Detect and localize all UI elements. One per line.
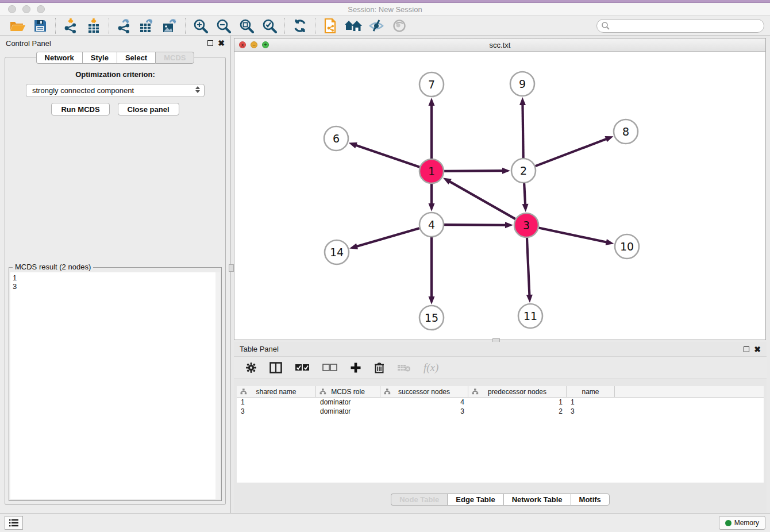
eye-slash-icon xyxy=(368,18,384,33)
graph-edge-2-3[interactable] xyxy=(524,183,525,206)
hide-selected-button[interactable] xyxy=(365,17,388,34)
table-cell[interactable]: 3 xyxy=(380,407,468,416)
tab-node-table[interactable]: Node Table xyxy=(391,494,447,506)
column-header-shared-name[interactable]: shared name xyxy=(237,386,316,397)
network-maximize-button[interactable]: + xyxy=(262,41,269,48)
table-cell[interactable]: 2 xyxy=(468,407,567,416)
zoom-fit-button[interactable] xyxy=(235,17,258,34)
select-all-button[interactable] xyxy=(295,364,310,372)
mcds-result-group: MCDS result (2 nodes) 1 3 xyxy=(9,267,222,501)
graph-edge-1-6[interactable] xyxy=(355,145,419,167)
network-canvas[interactable]: 7968124314101511 xyxy=(234,52,765,340)
table-settings-button[interactable] xyxy=(245,362,257,373)
function-builder-button: f(x) xyxy=(424,361,438,374)
search-icon xyxy=(601,21,610,30)
tab-select[interactable]: Select xyxy=(117,52,155,64)
table-cell[interactable]: dominator xyxy=(316,398,380,407)
import-table-button[interactable] xyxy=(82,17,105,34)
column-header-name[interactable]: name xyxy=(567,386,615,397)
home-icon xyxy=(344,18,363,33)
main-area: Control Panel ✖ NetworkStyleSelectMCDS O… xyxy=(0,36,770,513)
graph-edge-3-11[interactable] xyxy=(527,238,530,296)
open-folder-icon xyxy=(9,18,25,33)
vertical-splitter-handle[interactable] xyxy=(229,264,234,272)
network-minimize-button[interactable]: – xyxy=(251,41,257,48)
tab-network-table[interactable]: Network Table xyxy=(503,494,571,506)
graph-edge-4-14[interactable] xyxy=(356,228,419,246)
search-input[interactable] xyxy=(596,19,764,33)
graph-edge-3-1[interactable] xyxy=(449,181,515,219)
zoom-in-button[interactable] xyxy=(189,17,212,34)
toolbar-separator xyxy=(109,18,109,34)
plus-icon xyxy=(350,362,361,373)
tab-motifs[interactable]: Motifs xyxy=(571,494,610,506)
delete-column-icon xyxy=(397,363,411,372)
home-button[interactable] xyxy=(342,17,365,34)
float-panel-icon[interactable] xyxy=(207,40,213,46)
import-network-button[interactable] xyxy=(59,17,82,34)
network-window-title: scc.txt xyxy=(234,41,765,49)
table-panel-header: Table Panel ✖ xyxy=(234,342,767,356)
graph-node-label-11: 11 xyxy=(523,310,537,322)
clone-network-button[interactable] xyxy=(319,17,342,34)
deselect-all-button[interactable] xyxy=(322,364,337,372)
graph-edge-2-9[interactable] xyxy=(522,103,523,158)
show-all-button[interactable] xyxy=(388,17,411,34)
tab-style[interactable]: Style xyxy=(82,52,117,64)
graph-node-label-3: 3 xyxy=(523,219,530,232)
task-list-icon xyxy=(9,518,19,527)
graph-edge-1-2[interactable] xyxy=(444,171,504,171)
zoom-out-button[interactable] xyxy=(212,17,235,34)
mcds-result-text[interactable]: 1 3 xyxy=(10,272,215,499)
tab-mcds[interactable]: MCDS xyxy=(155,52,194,64)
titlebar[interactable]: Session: New Session xyxy=(0,3,770,16)
memory-button[interactable]: Memory xyxy=(719,516,765,530)
export-image-button[interactable] xyxy=(159,17,182,34)
task-history-button[interactable] xyxy=(5,516,23,530)
column-header-predecessor-nodes[interactable]: predecessor nodes xyxy=(468,386,567,397)
table-cell[interactable]: 3 xyxy=(237,407,316,416)
zoom-fit-icon xyxy=(239,18,254,33)
add-column-button[interactable] xyxy=(350,362,361,373)
tab-edge-table[interactable]: Edge Table xyxy=(447,494,503,506)
table-cell[interactable]: 1 xyxy=(468,398,567,407)
cytoscape-window: Session: New Session xyxy=(0,0,770,532)
close-panel-button[interactable]: Close panel xyxy=(118,103,179,115)
table-cell[interactable]: 4 xyxy=(380,398,468,407)
graph-arrowhead xyxy=(349,142,357,148)
table-row[interactable]: 1dominator411 xyxy=(237,398,764,407)
save-session-button[interactable] xyxy=(29,17,52,34)
refresh-button[interactable] xyxy=(288,17,311,34)
export-network-button[interactable] xyxy=(113,17,136,34)
close-panel-icon[interactable]: ✖ xyxy=(218,40,225,46)
run-mcds-button[interactable]: Run MCDS xyxy=(51,103,109,115)
graph-arrowhead xyxy=(526,295,533,303)
table-cell[interactable]: 1 xyxy=(567,398,615,407)
tab-network[interactable]: Network xyxy=(36,52,82,64)
optimization-criterion-dropdown[interactable]: strongly connected component xyxy=(26,84,205,97)
main-toolbar xyxy=(0,16,770,36)
zoom-selected-button[interactable] xyxy=(258,17,281,34)
network-close-button[interactable]: x xyxy=(239,41,246,48)
table-cell[interactable]: dominator xyxy=(316,407,380,416)
open-session-button[interactable] xyxy=(6,17,29,34)
table-cell[interactable]: 3 xyxy=(567,407,615,416)
graph-edge-2-8[interactable] xyxy=(536,138,608,166)
table-cell[interactable]: 1 xyxy=(237,398,316,407)
float-table-panel-icon[interactable] xyxy=(744,346,749,352)
export-table-button[interactable] xyxy=(136,17,159,34)
column-header-successor-nodes[interactable]: successor nodes xyxy=(380,386,468,397)
result-scrollbar[interactable] xyxy=(215,272,220,499)
graph-arrowhead xyxy=(502,168,510,174)
show-columns-button[interactable] xyxy=(270,362,282,373)
graph-node-label-6: 6 xyxy=(333,132,340,145)
graph-edge-4-3[interactable] xyxy=(444,225,507,225)
column-header-MCDS-role[interactable]: MCDS role xyxy=(316,386,380,397)
close-table-panel-icon[interactable]: ✖ xyxy=(754,346,761,352)
network-window-titlebar[interactable]: x – + scc.txt xyxy=(234,38,765,52)
graph-edge-3-10[interactable] xyxy=(539,228,608,242)
clone-network-icon xyxy=(323,17,338,34)
table-row[interactable]: 3dominator323 xyxy=(237,407,764,416)
delete-row-button[interactable] xyxy=(374,362,384,373)
node-table[interactable]: shared nameMCDS rolesuccessor nodesprede… xyxy=(237,386,764,483)
